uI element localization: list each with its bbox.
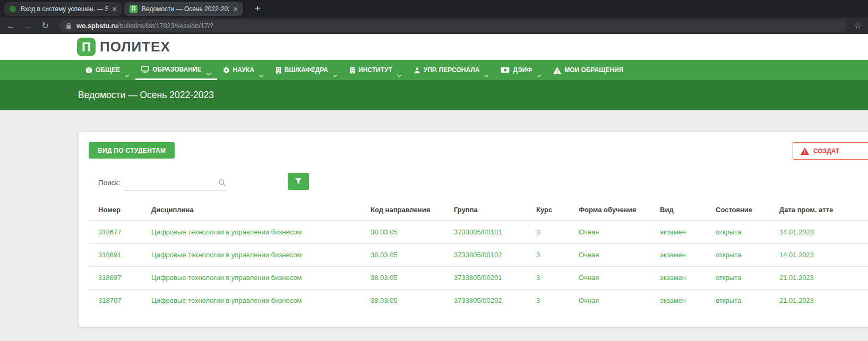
cell-study-form: Очная [579,221,660,243]
cell-attestation-date: 21.01.2023 [779,266,868,289]
politech-logo-icon[interactable]: П [77,38,96,56]
column-header-kind: Вид [660,199,716,221]
cell-direction-code: 38.03.05 [371,266,454,289]
nav-item-upr-personala[interactable]: УПР. ПЕРСОНАЛА [408,60,495,80]
back-icon[interactable]: ← [6,21,15,30]
cell-direction-code: 38.03.05 [371,289,454,312]
cell-direction-code: 38.03.05 [371,243,454,266]
close-tab-icon[interactable]: × [233,4,238,13]
cell-attestation-date: 21.01.2023 [779,289,868,312]
table-row[interactable]: 318691 Цифровые технологии в управлении … [89,243,868,266]
new-tab-button[interactable]: + [251,3,264,15]
cell-number: 318707 [89,289,151,312]
url-domain: wo.spbstu.ru [76,22,118,30]
cell-discipline: Цифровые технологии в управлении бизнесо… [151,243,371,266]
close-tab-icon[interactable]: × [112,4,117,13]
browser-tab-bulletins[interactable]: П Ведомости — Осень 2022-2023 × [124,2,243,16]
table-row[interactable]: 318677 Цифровые технологии в управлении … [89,221,868,243]
building-icon [276,67,281,74]
chevron-down-icon [259,74,264,77]
money-icon [501,67,510,73]
nav-item-deif[interactable]: ДЭИФ [495,60,547,80]
cell-kind: экзамен [660,243,716,266]
cell-discipline: Цифровые технологии в управлении бизнесо… [151,221,371,243]
column-header-group: Группа [454,199,536,221]
chevron-down-icon [484,74,489,77]
politech-favicon-icon: П [130,5,137,13]
gear-icon [223,67,230,74]
cell-study-form: Очная [579,266,660,289]
cell-course: 3 [536,243,579,266]
cell-study-form: Очная [579,289,660,312]
cell-course: 3 [536,221,579,243]
page-title-bar: Ведомости — Осень 2022-2023 [0,80,868,110]
bookmark-star-icon[interactable]: ☆ [854,21,862,31]
cell-direction-code: 38.03.05 [371,221,454,243]
nav-label: УПР. ПЕРСОНАЛА [424,66,480,74]
create-button[interactable]: СОЗДАТ [793,142,868,160]
filter-icon [295,178,302,185]
nav-item-obrazovanie[interactable]: ОБРАЗОВАНИЕ [135,60,217,80]
warning-icon [553,67,561,74]
column-header-direction-code: Код направления [371,199,454,221]
browser-toolbar: ← → ↻ wo.spbstu.ru/bulletins/list/17823/… [0,18,868,34]
nav-item-vsh-kafedra[interactable]: ВШ/КАФЕДРА [270,60,343,80]
cell-group: 3733805/00202 [454,289,536,312]
table-row[interactable]: 318707 Цифровые технологии в управлении … [89,289,868,312]
column-header-study-form: Форма обучения [579,199,660,221]
reload-icon[interactable]: ↻ [41,21,49,30]
cell-kind: экзамен [660,221,716,243]
search-icon [218,179,226,187]
cell-kind: экзамен [660,289,716,312]
search-input[interactable] [124,179,218,187]
main-nav: ОБЩЕЕ ОБРАЗОВАНИЕ НАУКА ВШ/КАФЕДРА [0,60,868,80]
table-row[interactable]: 318697 Цифровые технологии в управлении … [89,266,868,289]
cell-attestation-date: 14.01.2023 [779,221,868,243]
bulletins-card: ВИД ПО СТУДЕНТАМ СОЗДАТ Поиск: [79,132,868,327]
nav-item-institut[interactable]: ИНСТИТУТ [343,60,408,80]
cell-course: 3 [536,289,579,312]
cell-course: 3 [536,266,579,289]
cell-group: 3733805/00201 [454,266,536,289]
monitor-icon [141,66,149,73]
nav-item-nauka[interactable]: НАУКА [217,60,270,80]
nav-item-obshchee[interactable]: ОБЩЕЕ [80,60,135,80]
cell-state: открыта [716,289,779,312]
column-header-state: Состояние [716,199,779,221]
forward-icon[interactable]: → [24,21,33,30]
cell-number: 318677 [89,221,151,243]
search-row: Поиск: [98,173,868,190]
nav-label: МОИ ОБРАЩЕНИЯ [564,66,623,74]
chevron-down-icon [536,74,542,77]
cell-kind: экзамен [660,266,716,289]
cell-state: открыта [716,266,779,289]
cell-state: открыта [716,221,779,243]
tab-title: Вход в систему успешен. — SSO [21,5,108,13]
search-box[interactable] [124,176,226,190]
filter-button[interactable] [288,173,309,190]
column-header-attestation-date: Дата пром. атте [779,199,868,221]
url-path: /bulletins/list/17823/session/17/? [118,22,213,30]
nav-label: ИНСТИТУТ [358,66,392,74]
cell-attestation-date: 14.01.2023 [779,243,868,266]
bulletins-table: Номер Дисциплина Код направления Группа … [89,199,868,312]
site-header: П ПОЛИТЕХ [0,34,868,60]
table-header-row: Номер Дисциплина Код направления Группа … [89,199,868,221]
nav-item-moi-obrashcheniya[interactable]: МОИ ОБРАЩЕНИЯ [547,60,629,80]
column-header-course: Курс [536,199,579,221]
view-by-students-button[interactable]: ВИД ПО СТУДЕНТАМ [89,142,175,159]
page-title: Ведомости — Осень 2022-2023 [78,90,214,101]
nav-label: ОБРАЗОВАНИЕ [152,66,201,73]
brand-name: ПОЛИТЕХ [100,39,170,55]
sso-favicon-icon [10,6,16,12]
column-header-discipline: Дисциплина [151,199,371,221]
browser-tab-sso[interactable]: Вход в систему успешен. — SSO × [4,2,122,16]
content-area: ВИД ПО СТУДЕНТАМ СОЗДАТ Поиск: [0,110,868,327]
cell-discipline: Цифровые технологии в управлении бизнесо… [151,266,371,289]
cell-state: открыта [716,243,779,266]
lock-icon [66,22,72,29]
chevron-down-icon [206,73,211,76]
address-bar[interactable]: wo.spbstu.ru/bulletins/list/17823/sessio… [59,20,846,32]
column-header-number: Номер [89,199,151,221]
search-label: Поиск: [98,179,120,187]
